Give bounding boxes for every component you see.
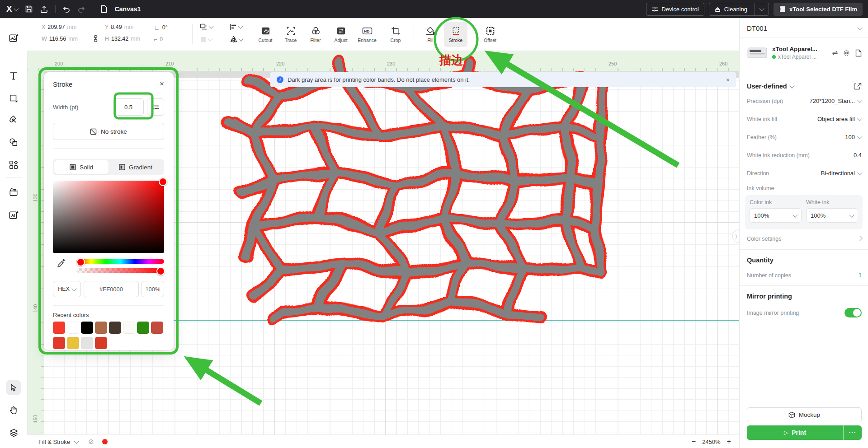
hex-input[interactable]: #FF0000	[84, 281, 139, 297]
recent-color-swatch[interactable]	[109, 322, 121, 334]
saturation-value-picker[interactable]	[53, 181, 164, 253]
eyedropper-button[interactable]	[57, 258, 66, 268]
tool-stroke[interactable]: Stroke	[444, 22, 467, 47]
hue-handle[interactable]	[76, 258, 85, 266]
print-more-button[interactable]: ···	[843, 425, 862, 440]
color-mode-select[interactable]: HEX	[53, 281, 81, 297]
file-icon[interactable]	[855, 49, 862, 57]
mode-select[interactable]: User-defined	[747, 83, 794, 90]
height-field[interactable]: H132.42mm	[105, 36, 140, 42]
y-position-field[interactable]: Y8.49mm	[105, 24, 134, 30]
mockup-button[interactable]: Mockup	[747, 407, 862, 422]
recent-color-swatch[interactable]	[151, 322, 163, 334]
opacity-button[interactable]	[200, 36, 212, 43]
recent-color-swatch[interactable]	[95, 322, 107, 334]
hue-slider[interactable]	[76, 259, 164, 264]
tool-offset[interactable]: Offset	[478, 22, 502, 47]
alpha-slider[interactable]	[76, 268, 164, 273]
recent-color-swatch[interactable]	[123, 322, 135, 334]
white-ink-reduction-row[interactable]: White ink reduction (mm) 0.4	[747, 152, 862, 159]
direction-row[interactable]: Direction Bi-directional	[747, 170, 862, 177]
fill-stroke-menu[interactable]: Fill & Stroke	[38, 439, 78, 445]
recent-color-swatch[interactable]	[67, 337, 79, 349]
upload-button[interactable]	[40, 5, 49, 14]
redo-button[interactable]	[77, 5, 86, 14]
flip-button[interactable]	[230, 36, 243, 43]
device-control-button[interactable]: Device control	[646, 3, 704, 16]
app-menu[interactable]: X	[6, 4, 18, 14]
cleaning-dropdown[interactable]	[755, 3, 769, 15]
color-ink-select[interactable]: 100%	[750, 208, 802, 223]
select-tool[interactable]	[6, 380, 21, 395]
align-icon	[230, 23, 237, 30]
device-select[interactable]: DT001	[747, 23, 862, 33]
recent-color-swatch[interactable]	[137, 322, 149, 334]
copies-row[interactable]: Number of copies 1	[747, 272, 862, 279]
elements-tool[interactable]	[6, 158, 21, 172]
pen-icon	[9, 115, 19, 125]
zoom-out-button[interactable]: −	[692, 438, 696, 446]
align-button[interactable]	[230, 23, 242, 30]
alpha-handle[interactable]	[156, 267, 165, 275]
print-button[interactable]: ▷Print ···	[747, 425, 862, 440]
tool-trace[interactable]: Trace	[279, 22, 302, 47]
close-icon[interactable]: ×	[160, 79, 164, 89]
ai-image-tool[interactable]: AI	[6, 208, 21, 222]
tool-fill[interactable]: Fill	[419, 22, 442, 47]
color-settings-row[interactable]: Color settings	[747, 236, 862, 242]
device-name: xTool Apparel...	[772, 46, 817, 52]
tab-gradient[interactable]: Gradient	[108, 160, 163, 174]
text-tool[interactable]	[6, 69, 21, 83]
stroke-color-dot[interactable]	[102, 439, 108, 444]
precision-row[interactable]: Precision (dpi) 720*1200_Stan...	[747, 98, 862, 104]
arrange-button[interactable]	[200, 23, 213, 30]
save-button[interactable]	[24, 5, 33, 14]
zoom-in-button[interactable]: +	[727, 438, 731, 446]
material-button[interactable]: xTool Selected DTF Film	[774, 3, 863, 16]
white-ink-fill-row[interactable]: White ink fill Object area fill	[747, 116, 862, 122]
recent-color-swatch[interactable]	[81, 337, 93, 349]
export-preset-icon[interactable]	[854, 83, 862, 90]
lock-ratio-button[interactable]	[93, 35, 99, 42]
stroke-width-input[interactable]: 0.5	[113, 98, 144, 116]
sv-handle[interactable]	[159, 177, 167, 186]
opacity-input[interactable]: 100%	[142, 281, 164, 297]
image-mirror-toggle[interactable]	[844, 308, 862, 317]
tab-solid[interactable]: Solid	[54, 160, 108, 174]
width-field[interactable]: W116.56mm	[42, 36, 78, 42]
tool-filter[interactable]: Filter	[304, 22, 327, 47]
boolean-tool[interactable]	[6, 135, 21, 149]
layers-icon	[9, 428, 19, 438]
width-adjust-button[interactable]	[147, 98, 164, 116]
white-ink-select[interactable]: 100%	[806, 208, 858, 223]
undo-button[interactable]	[62, 5, 71, 14]
recent-color-swatch[interactable]	[81, 322, 93, 334]
zoom-level[interactable]: 2450%	[702, 439, 720, 445]
add-image-tool[interactable]	[6, 31, 21, 45]
layers-tool[interactable]	[6, 425, 21, 440]
ai-image-icon: AI	[9, 210, 19, 220]
recent-color-swatch[interactable]	[67, 322, 79, 334]
corner-radius-field[interactable]: ⌐0	[154, 36, 163, 43]
tool-adjust[interactable]: Adjust	[329, 22, 353, 47]
recent-color-swatch[interactable]	[53, 337, 65, 349]
feather-row[interactable]: Feather (%) 100	[747, 134, 862, 140]
banner-close-button[interactable]: ×	[726, 76, 730, 84]
switch-device-button[interactable]: ⇌	[832, 49, 838, 57]
no-stroke-button[interactable]: No stroke	[53, 123, 164, 140]
x-position-field[interactable]: X209.97mm	[42, 24, 76, 30]
material-bag-icon	[9, 187, 19, 197]
tool-enhance[interactable]: HD Enhance	[355, 22, 379, 47]
tool-crop[interactable]: Crop	[384, 22, 407, 47]
rotation-field[interactable]: ∟0°	[154, 24, 168, 31]
opacity-icon	[200, 36, 207, 43]
pen-tool[interactable]	[6, 112, 21, 127]
hand-tool[interactable]	[6, 403, 21, 417]
tool-cutout[interactable]: Cutout	[254, 22, 277, 47]
shape-tool[interactable]	[6, 91, 21, 106]
recent-color-swatch[interactable]	[95, 337, 107, 349]
recent-color-swatch[interactable]	[53, 322, 65, 334]
device-settings-icon[interactable]	[843, 49, 850, 57]
cleaning-button[interactable]: Cleaning	[709, 3, 769, 16]
material-library-tool[interactable]	[6, 185, 21, 199]
